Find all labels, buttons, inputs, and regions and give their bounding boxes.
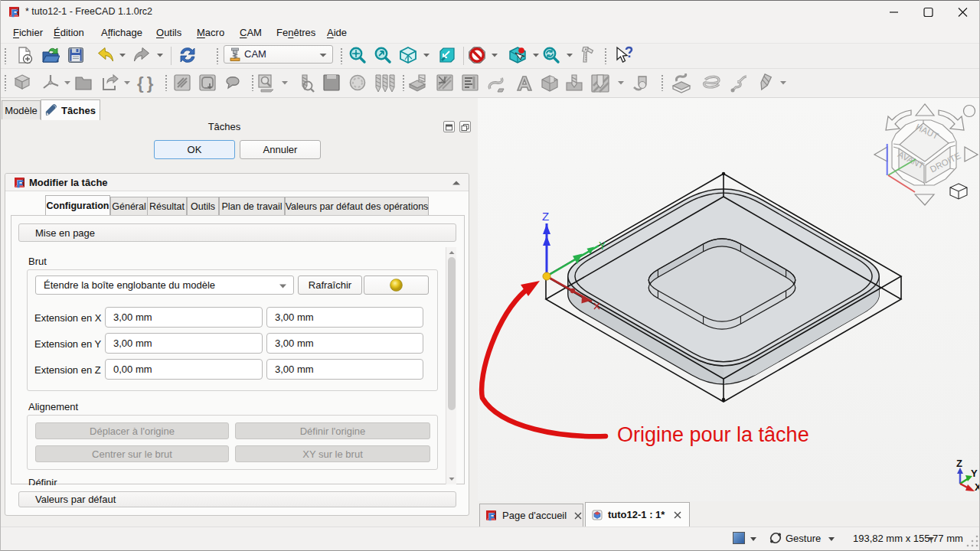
svg-text:Y: Y xyxy=(599,240,606,252)
svg-text:Z: Z xyxy=(956,458,962,469)
svg-text:Z: Z xyxy=(542,210,549,223)
svg-text:Y: Y xyxy=(971,468,978,479)
svg-text:X: X xyxy=(975,481,980,493)
